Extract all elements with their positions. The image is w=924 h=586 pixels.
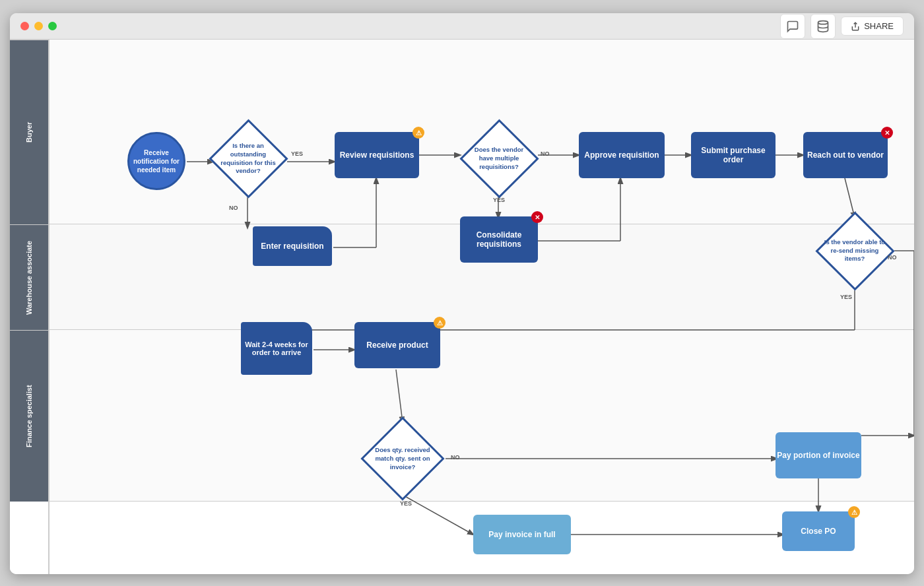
titlebar: SHARE xyxy=(10,13,914,40)
node-pay-invoice-full[interactable]: Pay invoice in full xyxy=(473,515,571,554)
minimize-button[interactable] xyxy=(34,22,43,30)
error-badge-vendor: ✕ xyxy=(881,127,893,139)
warning-badge-review: ⚠ xyxy=(412,127,424,139)
lane-labels: Buyer Warehouse associate Finance specia… xyxy=(10,40,50,574)
lane-label-buyer: Buyer xyxy=(10,40,48,224)
database-button[interactable] xyxy=(810,14,836,39)
node-submit-po[interactable]: Submit purchase order xyxy=(691,132,776,178)
svg-point-0 xyxy=(818,20,828,24)
node-qty-match[interactable]: Does qty. received match qty. sent on in… xyxy=(360,421,446,497)
label-yes4: YES xyxy=(400,500,412,507)
label-yes2: YES xyxy=(493,197,505,203)
warning-badge-product: ⚠ xyxy=(434,317,446,329)
node-resend-items[interactable]: Is the vendor able to re-send missing it… xyxy=(814,214,896,287)
label-yes3: YES xyxy=(840,294,852,300)
node-outstanding-req[interactable]: Is there an outstanding requisition for … xyxy=(209,124,287,193)
swimlane-wrapper: Buyer Warehouse associate Finance specia… xyxy=(10,40,914,574)
node-close-po[interactable]: Close PO ⚠ xyxy=(782,511,855,551)
node-enter-req[interactable]: Enter requisition xyxy=(253,226,332,266)
diagram-container: Buyer Warehouse associate Finance specia… xyxy=(10,40,914,574)
node-consolidate-req[interactable]: Consolidate requisitions ✕ xyxy=(460,216,538,263)
node-wait-weeks[interactable]: Wait 2-4 weeks for order to arrive xyxy=(241,322,312,375)
node-pay-portion[interactable]: Pay portion of invoice xyxy=(776,432,861,478)
node-reach-vendor[interactable]: Reach out to vendor ✕ xyxy=(803,132,888,178)
warning-badge-close-po: ⚠ xyxy=(848,506,860,518)
traffic-lights xyxy=(20,22,57,30)
titlebar-actions: SHARE xyxy=(780,14,904,39)
node-multiple-req[interactable]: Does the vendor have multiple requisitio… xyxy=(460,124,538,193)
comment-button[interactable] xyxy=(780,14,805,39)
label-yes1: YES xyxy=(291,150,303,157)
share-button[interactable]: SHARE xyxy=(841,16,904,36)
node-receive-notification[interactable]: Receive notification for needed item xyxy=(127,132,185,190)
app-window: SHARE Buyer Warehouse associate Finance … xyxy=(10,13,914,574)
canvas-area: Buyer Warehouse associate Finance specia… xyxy=(10,40,914,574)
node-review-req[interactable]: Review requisitions ⚠ xyxy=(335,132,419,178)
label-no2: NO xyxy=(541,150,550,157)
node-approve-req[interactable]: Approve requisition xyxy=(579,132,665,178)
label-no1: NO xyxy=(229,205,238,211)
lane-label-warehouse: Warehouse associate xyxy=(10,224,48,330)
label-no4: NO xyxy=(451,454,460,461)
error-badge-consolidate: ✕ xyxy=(531,211,543,223)
close-button[interactable] xyxy=(20,22,29,30)
share-label: SHARE xyxy=(864,21,894,31)
lane-label-finance: Finance specialist xyxy=(10,330,48,502)
maximize-button[interactable] xyxy=(48,22,57,30)
diagram-canvas: Receive notification for needed item Is … xyxy=(50,40,914,574)
node-receive-product[interactable]: Receive product ⚠ xyxy=(354,322,440,368)
